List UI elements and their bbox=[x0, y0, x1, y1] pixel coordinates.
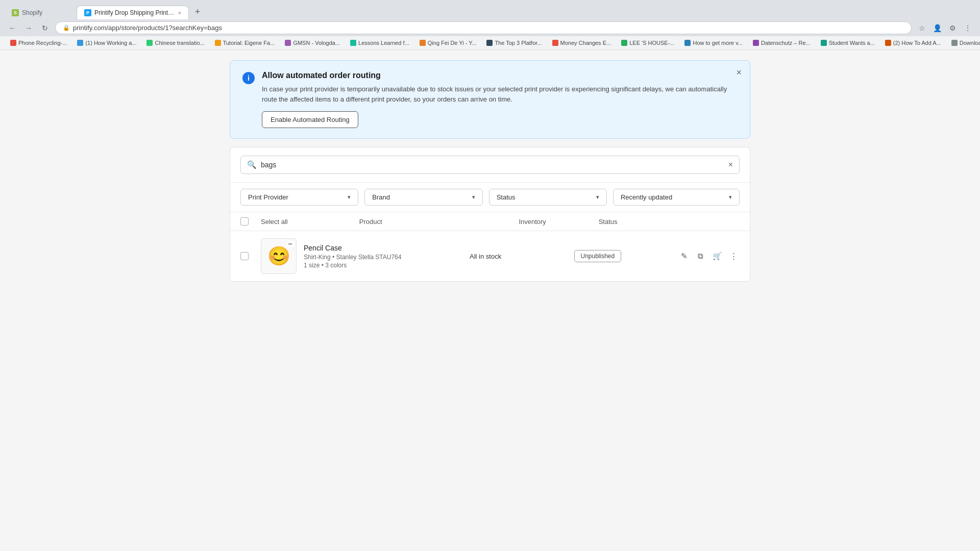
select-all-label: Select all bbox=[261, 218, 288, 226]
bookmark-13[interactable]: (2) How To Add A... bbox=[881, 39, 945, 47]
recently-updated-chevron-icon: ▾ bbox=[729, 194, 732, 201]
bookmark-label-8: Money Changes E... bbox=[560, 40, 611, 46]
product-meta: Shirt-King • Stanley Stella STAU764 bbox=[304, 254, 470, 261]
banner-text: In case your print provider is temporari… bbox=[262, 84, 738, 104]
search-clear-icon[interactable]: × bbox=[728, 160, 733, 169]
menu-icon[interactable]: ⋮ bbox=[962, 22, 974, 34]
tab-shopify[interactable]: S Shopify bbox=[4, 6, 76, 19]
address-bar[interactable]: 🔒 printify.com/app/store/products/1?sear… bbox=[55, 21, 912, 34]
more-options-button[interactable]: ⋮ bbox=[728, 248, 740, 264]
bookmarks-bar: Phone Recycling-... (1) How Working a...… bbox=[0, 36, 980, 50]
bookmark-7[interactable]: The Top 3 Platfor... bbox=[482, 39, 546, 47]
status-badge: Unpublished bbox=[574, 250, 622, 262]
row-checkbox[interactable] bbox=[240, 252, 249, 260]
bookmark-6[interactable]: Qing Fei De Yi - Y... bbox=[415, 39, 481, 47]
bookmark-10[interactable]: How to get more v... bbox=[680, 39, 747, 47]
table-row: 😊 ✏ Pencil Case Shirt-King • Stanley Ste… bbox=[230, 231, 750, 281]
banner-content: Allow automated order routing In case yo… bbox=[262, 71, 738, 128]
tab-printify[interactable]: P Printify Drop Shipping Print o... × bbox=[77, 6, 189, 19]
bookmark-2[interactable]: Chinese translatio... bbox=[142, 39, 208, 47]
print-provider-chevron-icon: ▾ bbox=[348, 194, 351, 201]
print-provider-filter[interactable]: Print Provider ▾ bbox=[240, 189, 358, 206]
browser-chrome: S Shopify P Printify Drop Shipping Print… bbox=[0, 0, 980, 36]
bookmark-label-6: Qing Fei De Yi - Y... bbox=[428, 40, 477, 46]
forward-button[interactable]: → bbox=[22, 22, 35, 34]
address-text: printify.com/app/store/products/1?search… bbox=[73, 24, 222, 32]
bookmark-3[interactable]: Tutorial: Eigene Fa... bbox=[211, 39, 279, 47]
search-input[interactable] bbox=[261, 161, 724, 169]
brand-chevron-icon: ▾ bbox=[472, 194, 475, 201]
status-chevron-icon: ▾ bbox=[596, 194, 599, 201]
bookmark-14[interactable]: Download - Cook... bbox=[947, 39, 980, 47]
product-actions: ✎ ⧉ 🛒 ⋮ bbox=[678, 248, 740, 264]
bookmark-label-7: The Top 3 Platfor... bbox=[495, 40, 542, 46]
bookmark-8[interactable]: Money Changes E... bbox=[548, 39, 616, 47]
status-column-header: Status bbox=[599, 218, 678, 226]
profile-icon[interactable]: 👤 bbox=[931, 22, 943, 34]
page-content: i Allow automated order routing In case … bbox=[0, 50, 980, 551]
bookmark-label-4: GMSN - Vologda... bbox=[293, 40, 340, 46]
main-container: i Allow automated order routing In case … bbox=[230, 60, 750, 541]
star-icon[interactable]: ☆ bbox=[916, 22, 928, 34]
lock-icon: 🔒 bbox=[63, 24, 70, 31]
bookmark-4[interactable]: GMSN - Vologda... bbox=[281, 39, 344, 47]
status-filter[interactable]: Status ▾ bbox=[489, 189, 607, 206]
search-row: 🔍 × bbox=[230, 147, 750, 183]
product-thumbnail-emoji: 😊 bbox=[267, 245, 290, 267]
select-all-checkbox[interactable] bbox=[240, 217, 249, 226]
product-column-header: Product bbox=[313, 218, 519, 226]
bookmark-label-3: Tutorial: Eigene Fa... bbox=[223, 40, 275, 46]
search-icon: 🔍 bbox=[247, 160, 257, 169]
product-thumbnail-overlay: ✏ bbox=[287, 241, 294, 247]
brand-filter[interactable]: Brand ▾ bbox=[364, 189, 482, 206]
printify-tab-title: Printify Drop Shipping Print o... bbox=[94, 9, 175, 16]
cart-button[interactable]: 🛒 bbox=[712, 248, 723, 264]
bookmark-0[interactable]: Phone Recycling-... bbox=[6, 39, 71, 47]
product-info: Pencil Case Shirt-King • Stanley Stella … bbox=[304, 244, 470, 269]
browser-toolbar: ← → ↻ 🔒 printify.com/app/store/products/… bbox=[0, 19, 980, 36]
bookmark-label-10: How to get more v... bbox=[693, 40, 743, 46]
recently-updated-label: Recently updated bbox=[621, 193, 725, 201]
bookmark-label-12: Student Wants a... bbox=[829, 40, 875, 46]
bookmark-label-11: Datenschutz – Re... bbox=[761, 40, 811, 46]
products-panel: 🔍 × Print Provider ▾ Brand ▾ Status ▾ bbox=[230, 147, 750, 282]
product-name: Pencil Case bbox=[304, 244, 470, 252]
info-icon: i bbox=[242, 72, 255, 84]
new-tab-button[interactable]: + bbox=[190, 4, 205, 19]
bookmark-label-13: (2) How To Add A... bbox=[893, 40, 941, 46]
enable-automated-routing-button[interactable]: Enable Automated Routing bbox=[262, 111, 358, 128]
reload-button[interactable]: ↻ bbox=[39, 22, 51, 34]
bookmark-label-2: Chinese translatio... bbox=[155, 40, 204, 46]
product-inventory: All in stock bbox=[470, 253, 574, 260]
banner-title: Allow automated order routing bbox=[262, 71, 738, 80]
recently-updated-filter[interactable]: Recently updated ▾ bbox=[613, 189, 740, 206]
bookmark-label-9: LEE 'S HOUSE-... bbox=[629, 40, 674, 46]
product-variant: 1 size • 3 colors bbox=[304, 262, 470, 269]
bookmark-11[interactable]: Datenschutz – Re... bbox=[749, 39, 815, 47]
select-all-col bbox=[240, 217, 261, 226]
table-header: Select all Product Inventory Status bbox=[230, 212, 750, 231]
extensions-icon[interactable]: ⚙ bbox=[946, 22, 959, 34]
browser-tabs: S Shopify P Printify Drop Shipping Print… bbox=[0, 0, 980, 19]
shopify-favicon: S bbox=[12, 9, 19, 16]
tab-close-icon[interactable]: × bbox=[178, 10, 181, 16]
banner-close-button[interactable]: × bbox=[736, 68, 742, 77]
bookmark-1[interactable]: (1) How Working a... bbox=[73, 39, 140, 47]
search-box: 🔍 × bbox=[240, 156, 740, 174]
bookmark-5[interactable]: Lessons Learned f... bbox=[346, 39, 413, 47]
row-checkbox-col bbox=[240, 252, 261, 260]
copy-button[interactable]: ⧉ bbox=[695, 248, 707, 264]
toolbar-icons: ☆ 👤 ⚙ ⋮ bbox=[916, 22, 974, 34]
filter-row: Print Provider ▾ Brand ▾ Status ▾ Recent… bbox=[230, 183, 750, 212]
edit-button[interactable]: ✎ bbox=[678, 248, 690, 264]
bookmark-9[interactable]: LEE 'S HOUSE-... bbox=[617, 39, 678, 47]
product-image: 😊 ✏ bbox=[261, 238, 297, 274]
printify-favicon: P bbox=[84, 9, 91, 16]
brand-label: Brand bbox=[372, 193, 468, 201]
bookmark-12[interactable]: Student Wants a... bbox=[817, 39, 879, 47]
back-button[interactable]: ← bbox=[6, 22, 18, 34]
print-provider-label: Print Provider bbox=[248, 193, 344, 201]
status-label: Status bbox=[497, 193, 592, 201]
bookmark-label-0: Phone Recycling-... bbox=[18, 40, 67, 46]
shopify-tab-title: Shopify bbox=[22, 9, 68, 16]
